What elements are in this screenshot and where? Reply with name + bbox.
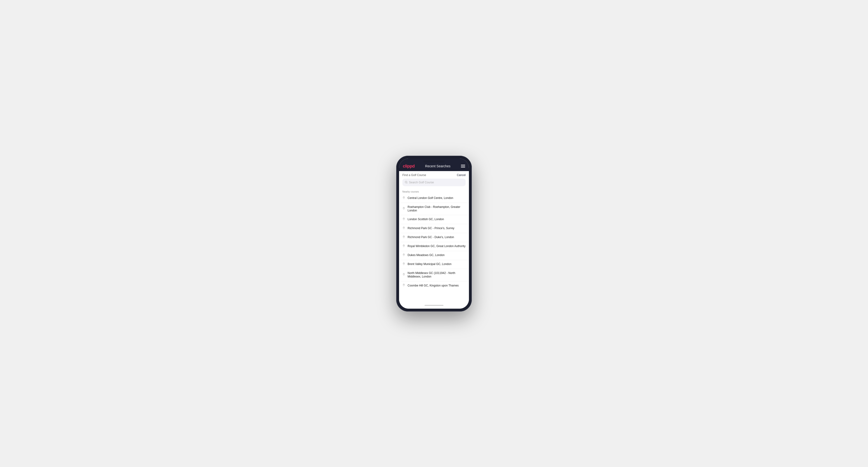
course-name-4: Richmond Park GC - Duke's, London <box>408 236 454 239</box>
course-item-4[interactable]: Richmond Park GC - Duke's, London <box>399 233 469 242</box>
course-item-7[interactable]: Brent Valley Municipal GC, London <box>399 260 469 269</box>
svg-point-8 <box>404 254 404 255</box>
menu-icon-line1 <box>461 165 465 165</box>
pin-icon-5 <box>402 245 405 248</box>
find-label: Find a Golf Course <box>402 174 426 177</box>
svg-point-5 <box>404 227 404 228</box>
pin-icon-1 <box>402 207 405 211</box>
phone-screen: clippd Recent Searches Find a Golf Cours… <box>399 159 469 309</box>
pin-icon-8 <box>402 273 405 277</box>
course-name-1: Roehampton Club - Roehampton, Greater Lo… <box>408 205 466 213</box>
app-header: clippd Recent Searches <box>399 162 469 171</box>
course-item-3[interactable]: Richmond Park GC - Prince's, Surrey <box>399 224 469 233</box>
phone-notch <box>423 160 445 162</box>
header-title: Recent Searches <box>425 164 450 168</box>
search-area: Find a Golf Course Cancel <box>399 171 469 189</box>
find-row: Find a Golf Course Cancel <box>402 174 466 177</box>
course-name-6: Dukes Meadows GC, London <box>408 253 445 257</box>
app-logo: clippd <box>403 164 415 169</box>
home-indicator <box>399 302 469 309</box>
course-name-8: North Middlesex GC (1011942 - North Midd… <box>408 271 466 279</box>
course-item-9[interactable]: Coombe Hill GC, Kingston upon Thames <box>399 281 469 290</box>
svg-point-7 <box>404 245 404 246</box>
cancel-button[interactable]: Cancel <box>457 174 466 177</box>
svg-point-3 <box>404 208 404 208</box>
svg-point-6 <box>404 236 404 237</box>
svg-point-11 <box>404 284 404 285</box>
course-name-7: Brent Valley Municipal GC, London <box>408 262 452 266</box>
svg-point-2 <box>404 197 404 198</box>
course-item-8[interactable]: North Middlesex GC (1011942 - North Midd… <box>399 269 469 281</box>
course-name-0: Central London Golf Centre, London <box>408 196 453 200</box>
search-input[interactable] <box>409 181 463 184</box>
pin-icon-0 <box>402 196 405 200</box>
svg-line-1 <box>407 183 407 183</box>
search-input-wrapper <box>402 179 466 186</box>
pin-icon-2 <box>402 218 405 222</box>
course-item-2[interactable]: London Scottish GC, London <box>399 215 469 224</box>
course-item-5[interactable]: Royal Wimbledon GC, Great London Authori… <box>399 242 469 251</box>
pin-icon-3 <box>402 226 405 230</box>
course-item-6[interactable]: Dukes Meadows GC, London <box>399 251 469 260</box>
menu-icon-line2 <box>461 166 465 166</box>
menu-button[interactable] <box>461 165 465 167</box>
home-bar <box>425 305 443 306</box>
pin-icon-6 <box>402 253 405 257</box>
search-icon <box>405 180 408 185</box>
phone-frame: clippd Recent Searches Find a Golf Cours… <box>396 156 472 311</box>
course-item-1[interactable]: Roehampton Club - Roehampton, Greater Lo… <box>399 203 469 215</box>
course-name-5: Royal Wimbledon GC, Great London Authori… <box>408 245 465 248</box>
pin-icon-7 <box>402 262 405 267</box>
nearby-courses-section: Nearby courses Central London Golf Centr… <box>399 189 469 302</box>
svg-point-9 <box>404 263 404 264</box>
svg-point-10 <box>404 274 404 275</box>
course-name-2: London Scottish GC, London <box>408 218 444 221</box>
course-name-9: Coombe Hill GC, Kingston upon Thames <box>408 284 459 288</box>
svg-point-4 <box>404 218 404 219</box>
course-item-0[interactable]: Central London Golf Centre, London <box>399 194 469 203</box>
nearby-label: Nearby courses <box>399 189 469 194</box>
menu-icon-line3 <box>461 167 465 167</box>
pin-icon-9 <box>402 284 405 288</box>
course-name-3: Richmond Park GC - Prince's, Surrey <box>408 226 454 230</box>
pin-icon-4 <box>402 236 405 240</box>
